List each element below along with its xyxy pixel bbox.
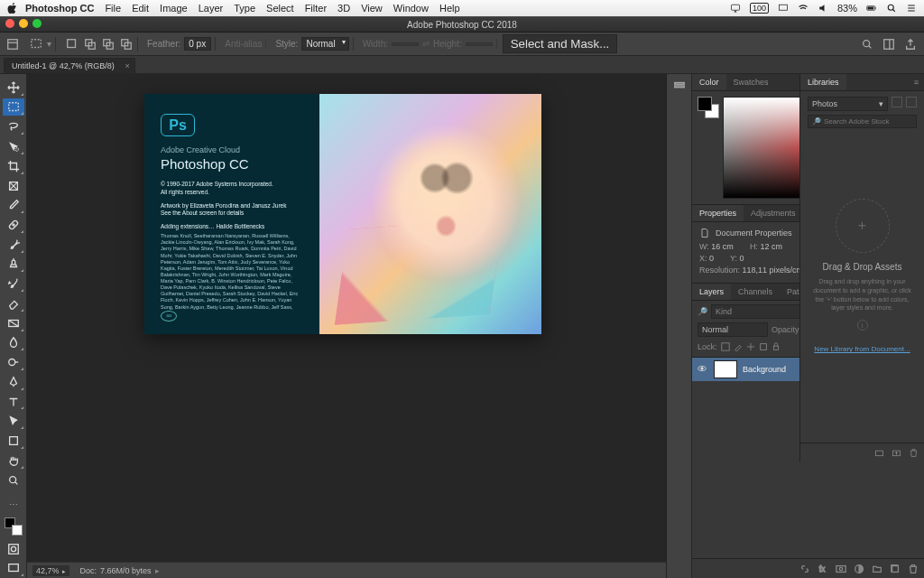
menu-image[interactable]: Image [160, 3, 188, 14]
menu-app-name[interactable]: Photoshop CC [25, 3, 94, 14]
libraries-tab[interactable]: Libraries [800, 74, 846, 90]
clone-stamp-tool[interactable] [3, 256, 24, 274]
close-tab-icon[interactable]: × [125, 61, 129, 70]
layer-visibility-icon[interactable] [698, 364, 708, 375]
layer-style-icon[interactable]: fx [818, 564, 828, 574]
home-icon[interactable] [5, 37, 20, 51]
crop-tool[interactable] [3, 157, 24, 175]
zoom-level[interactable]: 42,7% [32, 565, 69, 576]
eyedropper-tool[interactable] [3, 196, 24, 214]
adjustment-layer-icon[interactable] [854, 564, 864, 574]
quick-select-tool[interactable] [3, 137, 24, 155]
layer-thumbnail[interactable] [714, 360, 737, 378]
style-select[interactable]: Normal [301, 37, 348, 51]
library-search[interactable]: 🔎Search Adobe Stock [808, 115, 917, 128]
library-grid-view-icon[interactable] [906, 97, 917, 107]
library-add-icon[interactable] [892, 448, 901, 458]
workspace-icon[interactable] [881, 36, 897, 52]
layer-mask-icon[interactable] [836, 564, 846, 574]
notifications-icon[interactable] [906, 3, 917, 14]
menu-filter[interactable]: Filter [305, 3, 327, 14]
move-tool[interactable] [3, 79, 24, 97]
brush-tool[interactable] [3, 236, 24, 254]
gradient-tool[interactable] [3, 314, 24, 332]
zoom-tool[interactable] [3, 471, 24, 489]
menu-type[interactable]: Type [234, 3, 255, 14]
properties-tab[interactable]: Properties [692, 205, 744, 221]
group-layers-icon[interactable] [872, 564, 882, 574]
blur-tool[interactable] [3, 334, 24, 352]
close-window-button[interactable] [5, 19, 14, 28]
blend-mode-select[interactable]: Normal [698, 322, 768, 337]
library-delete-icon[interactable] [909, 448, 919, 458]
menu-select[interactable]: Select [266, 3, 294, 14]
new-library-from-doc-link[interactable]: New Library from Document... [814, 345, 910, 353]
pen-tool[interactable] [3, 373, 24, 391]
path-select-tool[interactable] [3, 412, 24, 430]
airplay-icon[interactable] [730, 3, 741, 14]
lock-artboard-icon[interactable] [759, 342, 768, 351]
library-select[interactable]: Photos [808, 97, 888, 111]
link-layers-icon[interactable] [799, 564, 810, 574]
color-fg-bg-swatch[interactable] [698, 97, 719, 199]
lock-transparency-icon[interactable] [721, 342, 730, 351]
display-icon[interactable] [778, 3, 789, 14]
spotlight-icon[interactable] [886, 3, 897, 14]
libraries-panel-menu[interactable]: ≡ [909, 74, 924, 90]
tool-preset-marquee-icon[interactable] [29, 37, 43, 51]
library-stock-icon[interactable] [874, 448, 884, 458]
swatches-tab[interactable]: Swatches [726, 74, 776, 90]
document-tab[interactable]: Untitled-1 @ 42,7% (RGB/8) × [4, 58, 135, 73]
frame-tool[interactable] [3, 177, 24, 195]
library-list-view-icon[interactable] [892, 97, 902, 107]
feather-value[interactable]: 0 px [184, 37, 211, 51]
marquee-tool[interactable] [3, 98, 24, 117]
color-tab[interactable]: Color [692, 74, 726, 90]
menu-view[interactable]: View [361, 3, 383, 14]
shape-tool[interactable] [3, 432, 24, 450]
eraser-tool[interactable] [3, 294, 24, 312]
select-and-mask-button[interactable]: Select and Mask... [503, 34, 618, 53]
menu-file[interactable]: File [105, 3, 121, 14]
doc-width: 16 cm [711, 242, 734, 251]
library-drop-target[interactable]: + [836, 199, 890, 253]
selection-new-icon[interactable] [65, 37, 79, 51]
menu-window[interactable]: Window [393, 3, 429, 14]
canvas-area[interactable]: Ps Adobe Creative Cloud Photoshop CC © 1… [27, 74, 666, 578]
menu-3d[interactable]: 3D [337, 3, 350, 14]
menu-help[interactable]: Help [439, 3, 460, 14]
healing-tool[interactable] [3, 216, 24, 234]
fg-bg-swatch[interactable] [3, 516, 24, 538]
selection-add-icon[interactable] [83, 37, 97, 51]
dodge-tool[interactable] [3, 353, 24, 371]
delete-layer-icon[interactable] [908, 564, 919, 574]
wifi-icon[interactable] [798, 3, 808, 14]
selection-subtract-icon[interactable] [101, 37, 116, 51]
new-layer-icon[interactable] [890, 564, 901, 574]
history-brush-tool[interactable] [3, 275, 24, 293]
layer-name[interactable]: Background [743, 365, 786, 374]
minimize-window-button[interactable] [19, 19, 28, 28]
layers-tab[interactable]: Layers [692, 284, 731, 300]
lasso-tool[interactable] [3, 117, 24, 135]
history-panel-icon[interactable] [673, 79, 686, 92]
menu-layer[interactable]: Layer [199, 3, 224, 14]
maximize-window-button[interactable] [32, 19, 42, 28]
quick-mask-toggle[interactable] [3, 540, 24, 558]
doc-size-value[interactable]: 7.66M/0 bytes [100, 566, 152, 575]
share-icon[interactable] [902, 36, 919, 52]
hand-tool[interactable] [3, 452, 24, 470]
type-tool[interactable] [3, 393, 24, 411]
adjustments-tab[interactable]: Adjustments [744, 205, 803, 221]
lock-paint-icon[interactable] [734, 342, 743, 351]
lock-position-icon[interactable] [746, 342, 755, 351]
selection-intersect-icon[interactable] [119, 37, 134, 51]
channels-tab[interactable]: Channels [731, 284, 780, 300]
menu-edit[interactable]: Edit [132, 3, 149, 14]
screen-mode-toggle[interactable] [3, 559, 24, 577]
volume-icon[interactable] [818, 3, 828, 14]
search-icon[interactable] [859, 36, 875, 52]
edit-toolbar[interactable]: ⋯ [3, 496, 24, 514]
library-info-icon[interactable]: i [857, 320, 868, 331]
lock-all-icon[interactable] [772, 342, 781, 351]
